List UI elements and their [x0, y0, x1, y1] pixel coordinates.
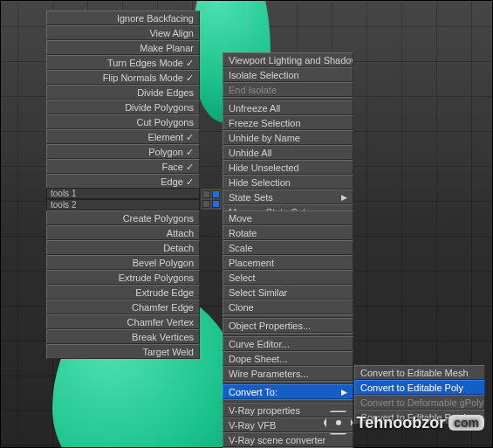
menu-item-label: Viewport Lighting and Shadows — [229, 55, 353, 65]
quad-indicator — [200, 188, 223, 210]
menu-item[interactable]: Break Vertices — [46, 329, 200, 344]
menu-item-label: Edge — [161, 176, 183, 187]
menu-item-label: Clone — [229, 302, 254, 313]
menu-item[interactable]: End Isolate — [223, 82, 353, 97]
menu-item-label: Cut Polygons — [137, 117, 194, 128]
menu-item[interactable]: Select Similar — [223, 285, 353, 300]
menu-item[interactable]: Turn Edges Mode ✓ — [46, 55, 200, 70]
menu-item[interactable]: Detach — [46, 240, 200, 255]
quad-header-tools2[interactable]: tools 2 — [46, 199, 200, 210]
menu-item[interactable]: Make Planar — [46, 40, 200, 55]
menu-item-label: Polygon — [148, 147, 183, 157]
menu-item-label: Convert To: — [229, 387, 277, 397]
menu-item-label: Divide Polygons — [125, 102, 194, 113]
menu-item[interactable]: State Sets▶ — [223, 190, 353, 204]
menu-item[interactable]: Target Weld — [46, 344, 200, 359]
menu-item-label: Unhide by Name — [229, 133, 300, 143]
check-icon: ✓ — [183, 147, 194, 157]
menu-item-label: Hide Selection — [229, 177, 291, 188]
menu-item-label: Chamfer Vertex — [127, 317, 194, 327]
menu-item[interactable]: Attach — [46, 225, 200, 240]
menu-item-label: V-Ray properties — [229, 405, 300, 416]
check-icon: ✓ — [183, 162, 194, 172]
quad-menu-right-top: Viewport Lighting and Shadows▶Isolate Se… — [223, 52, 353, 219]
check-icon: ✓ — [183, 72, 194, 83]
watermark-logo-icon — [324, 410, 353, 436]
watermark: Tehnoobzor com — [324, 410, 484, 436]
menu-item-label: V-Ray VFB — [229, 420, 276, 431]
menu-item-label: View Align — [149, 28, 194, 38]
menu-item-label: Face — [161, 162, 182, 172]
menu-item-label: Convert to Editable Mesh — [360, 368, 469, 378]
menu-item-label: Select — [229, 272, 256, 283]
menu-item[interactable]: Bevel Polygon — [46, 255, 200, 270]
menu-item[interactable]: Freeze Selection — [223, 115, 353, 130]
menu-item-label: Make Planar — [140, 43, 194, 53]
menu-item-label: Extrude Polygons — [119, 272, 194, 283]
menu-item[interactable]: Rotate — [223, 225, 353, 240]
menu-item[interactable]: Ignore Backfacing — [46, 10, 200, 25]
check-icon: ✓ — [183, 176, 194, 187]
submenu-arrow-icon: ▶ — [341, 190, 347, 204]
menu-item[interactable]: Object Properties... — [223, 318, 353, 333]
submenu-arrow-icon: ▶ — [341, 385, 347, 399]
menu-item[interactable]: Polygon ✓ — [46, 144, 200, 159]
menu-item-label: Element — [148, 132, 183, 142]
menu-item-label: Scale — [229, 243, 253, 253]
menu-item-label: Divide Edges — [137, 87, 194, 98]
menu-item-label: Unfreeze All — [229, 103, 280, 114]
menu-item[interactable]: Wire Parameters... — [223, 366, 353, 381]
menu-item[interactable]: Select — [223, 270, 353, 285]
menu-item[interactable]: Chamfer Edge — [46, 300, 200, 314]
quad-menu-left-bottom: Create PolygonsAttachDetachBevel Polygon… — [46, 210, 200, 359]
menu-item[interactable]: Unhide by Name — [223, 130, 353, 145]
menu-item[interactable]: Edge ✓ — [46, 174, 200, 189]
menu-item-label: Unhide All — [229, 148, 272, 158]
menu-item[interactable]: Element ✓ — [46, 129, 200, 144]
menu-item[interactable]: Hide Selection — [223, 175, 353, 190]
menu-item-label: Wire Parameters... — [229, 369, 309, 379]
menu-item[interactable]: Extrude Edge — [46, 285, 200, 300]
menu-item[interactable]: Viewport Lighting and Shadows▶ — [223, 52, 353, 67]
menu-item[interactable]: Dope Sheet... — [223, 351, 353, 366]
menu-item[interactable]: Convert to Editable Poly — [354, 380, 485, 395]
menu-item-label: Convert to Editable Poly — [360, 383, 463, 393]
menu-item[interactable]: Convert To:▶ — [223, 384, 353, 399]
menu-item[interactable]: Face ✓ — [46, 159, 200, 174]
menu-item-label: State Sets — [229, 192, 273, 203]
check-icon: ✓ — [183, 132, 194, 142]
menu-item[interactable]: Unfreeze All — [223, 100, 353, 115]
menu-item-label: Turn Edges Mode — [107, 58, 183, 68]
menu-item[interactable]: Isolate Selection — [223, 67, 353, 82]
menu-item[interactable]: Convert to Deformable gPoly — [354, 395, 485, 410]
menu-item-label: Hide Unselected — [229, 162, 299, 173]
menu-item[interactable]: Scale — [223, 240, 353, 255]
menu-item[interactable]: Chamfer Vertex — [46, 314, 200, 329]
menu-item-label: Placement — [229, 258, 274, 268]
menu-item-label: Ignore Backfacing — [117, 13, 194, 24]
menu-item-label: Flip Normals Mode — [103, 72, 183, 83]
menu-item-label: Curve Editor... — [229, 339, 290, 349]
watermark-text: Tehnoobzor — [357, 414, 446, 432]
menu-item[interactable]: Extrude Polygons — [46, 270, 200, 285]
menu-item-label: Isolate Selection — [229, 70, 299, 80]
menu-item[interactable]: View Align — [46, 25, 200, 40]
menu-item[interactable]: Move — [223, 210, 353, 225]
menu-item-label: Object Properties... — [229, 320, 311, 331]
menu-item-label: End Isolate — [229, 85, 277, 95]
menu-item[interactable]: Convert to Editable Mesh — [354, 365, 485, 380]
menu-item[interactable]: Hide Unselected — [223, 160, 353, 175]
menu-item[interactable]: Divide Polygons — [46, 100, 200, 114]
menu-item[interactable]: Cut Polygons — [46, 114, 200, 129]
menu-item[interactable]: Placement — [223, 255, 353, 270]
menu-item[interactable]: Unhide All — [223, 145, 353, 160]
menu-item[interactable]: Curve Editor... — [223, 336, 353, 351]
menu-item[interactable]: Clone — [223, 300, 353, 314]
menu-item[interactable]: Create Polygons — [46, 210, 200, 225]
menu-item[interactable]: Flip Normals Mode ✓ — [46, 70, 200, 85]
quad-header-tools1[interactable]: tools 1 — [46, 188, 200, 199]
check-icon: ✓ — [183, 58, 194, 68]
menu-item-label: Move — [229, 213, 252, 224]
menu-item[interactable]: Divide Edges — [46, 85, 200, 100]
menu-item-label: Convert to Deformable gPoly — [360, 397, 483, 408]
